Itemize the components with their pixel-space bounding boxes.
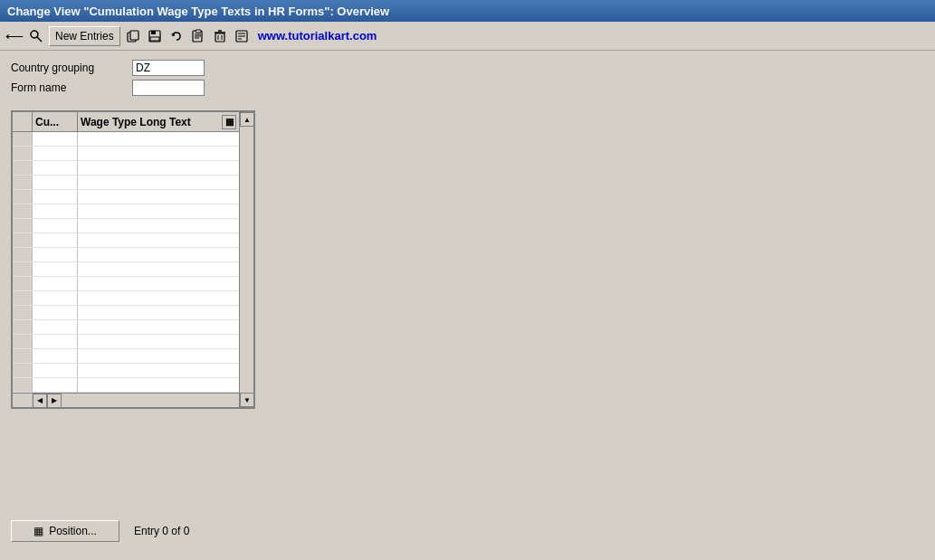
back-icon[interactable]: ⟵ [5, 27, 24, 45]
title-bar: Change View "Cumulation Wage Type Texts … [0, 0, 935, 22]
col-select-header [13, 112, 33, 131]
undo-icon[interactable] [167, 27, 186, 45]
table-row [13, 132, 239, 147]
svg-rect-5 [151, 31, 156, 34]
table-row [13, 291, 239, 306]
paste-icon[interactable] [189, 27, 207, 45]
copy-icon[interactable] [124, 27, 142, 45]
col-wage-header: Wage Type Long Text ▦ [78, 112, 239, 131]
table-row [13, 262, 239, 277]
h-scroll-left-button[interactable]: ◀ [33, 394, 47, 408]
table-main: Cu... Wage Type Long Text ▦ [13, 112, 239, 407]
position-btn-label: Position... [49, 525, 97, 537]
detail-icon[interactable] [233, 27, 251, 45]
position-icon: ▦ [33, 525, 43, 537]
toolbar: ⟵ New Entries [0, 22, 935, 51]
table-row [13, 176, 239, 190]
svg-line-1 [37, 37, 42, 42]
table-row [13, 147, 239, 161]
title-text: Change View "Cumulation Wage Type Texts … [7, 5, 389, 18]
main-content: Country grouping Form name Cu... Wage Ty… [0, 51, 935, 418]
h-scroll-right-button[interactable]: ▶ [47, 394, 62, 408]
entry-info: Entry 0 of 0 [134, 525, 189, 537]
col-cu-header: Cu... [33, 112, 78, 131]
table-row [13, 248, 239, 262]
save-icon[interactable] [146, 27, 164, 45]
form-name-input[interactable] [132, 80, 205, 96]
new-entries-label: New Entries [55, 30, 114, 43]
table-row [13, 277, 239, 291]
svg-point-0 [31, 31, 38, 38]
find-icon[interactable] [27, 27, 45, 45]
vertical-scrollbar: ▲ ▼ [239, 112, 253, 407]
delete-icon[interactable] [211, 27, 229, 45]
tutorial-link[interactable]: www.tutorialkart.com [258, 29, 377, 43]
form-name-label: Form name [11, 80, 129, 96]
table-row [13, 349, 239, 364]
new-entries-button[interactable]: New Entries [49, 26, 120, 46]
table-row [13, 219, 239, 233]
table-row [13, 378, 239, 393]
svg-rect-6 [150, 37, 159, 41]
horizontal-scrollbar: ◀ ▶ [13, 393, 239, 407]
v-scroll-up-button[interactable]: ▲ [240, 112, 254, 127]
table-row [13, 364, 239, 378]
svg-rect-3 [130, 31, 138, 40]
table-header: Cu... Wage Type Long Text ▦ [13, 112, 239, 132]
table-row [13, 320, 239, 335]
svg-rect-9 [196, 30, 201, 33]
position-button[interactable]: ▦ Position... [11, 520, 119, 542]
footer: ▦ Position... Entry 0 of 0 [0, 520, 935, 542]
svg-rect-13 [215, 33, 224, 42]
v-scroll-down-button[interactable]: ▼ [240, 393, 254, 407]
table-section: Cu... Wage Type Long Text ▦ [11, 110, 924, 409]
table-row [13, 190, 239, 204]
table-row [13, 233, 239, 248]
table-body [13, 132, 239, 393]
form-fields: Country grouping Form name [11, 60, 924, 96]
country-grouping-label: Country grouping [11, 60, 129, 76]
table-container: Cu... Wage Type Long Text ▦ [11, 110, 255, 409]
country-grouping-input[interactable] [132, 60, 205, 76]
table-row [13, 161, 239, 176]
table-row [13, 335, 239, 349]
table-row [13, 204, 239, 219]
column-settings-icon[interactable]: ▦ [222, 115, 236, 129]
table-row [13, 306, 239, 320]
